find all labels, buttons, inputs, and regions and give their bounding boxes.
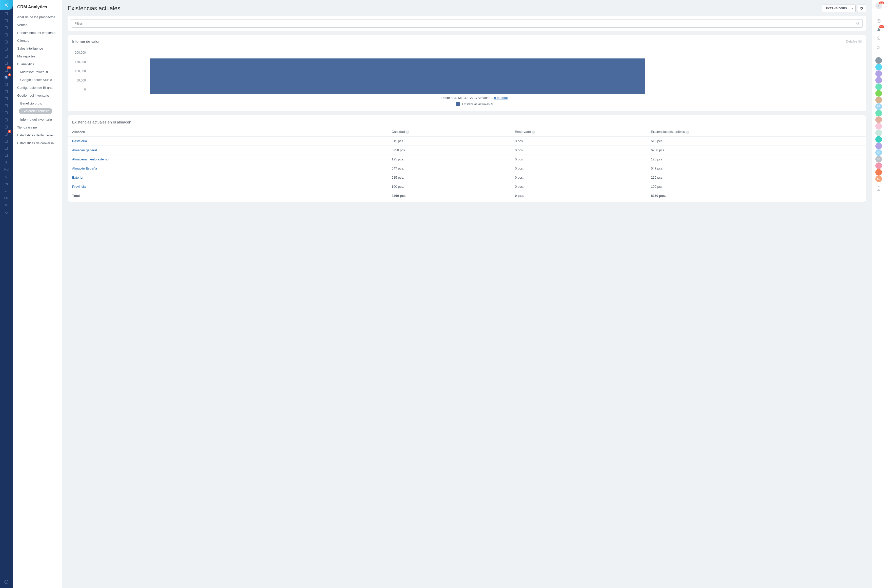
svg-point-23 [856,22,859,24]
cell-qty: 125 pcs. [387,155,510,164]
warehouse-link[interactable]: Exterior [68,173,387,182]
svg-rect-10 [5,83,8,86]
warehouse-link[interactable]: Provincial [68,182,387,191]
sidebar-item[interactable]: Sales Intelligence [13,45,62,52]
sidebar-item[interactable]: Beneficio bruto [13,99,62,107]
sidebar-item[interactable]: Estadísticas de conversac... [13,139,62,147]
svg-point-29 [878,186,879,187]
avatar[interactable]: AP [875,149,882,156]
sidebar-item[interactable]: Configuración de BI analy... [13,84,62,92]
cell-avail: 547 pcs. [646,164,866,173]
avatar[interactable]: PP [875,103,882,110]
avatar[interactable] [875,136,882,143]
cart-icon[interactable] [0,95,13,102]
rail-letter-mm[interactable]: MM [0,166,13,173]
extensions-button[interactable]: EXTENSIONES [822,4,851,12]
id-icon[interactable] [0,123,13,130]
filter-icon[interactable]: 3 [0,74,13,81]
sidebar-item[interactable]: Análisis de los prospectos [13,13,62,21]
card-icon[interactable] [0,17,13,24]
code-icon[interactable] [0,152,13,159]
avatar[interactable] [875,123,882,129]
notifications-button[interactable]: 41 [875,26,882,33]
avatar[interactable]: DS [875,156,882,162]
avatar[interactable] [875,64,882,70]
search-icon[interactable] [856,22,860,25]
avatar[interactable] [875,84,882,90]
avatar[interactable] [875,70,882,77]
edit-icon[interactable] [0,102,13,109]
warehouse-link[interactable]: Almacenamiento externo [68,155,387,164]
sidebar-item-active[interactable]: Existencias actuales [19,108,53,114]
user-figure-icon[interactable] [876,184,881,191]
settings-button[interactable] [857,4,866,12]
warehouse-link[interactable]: Almacén España [68,164,387,173]
chevron-down-icon[interactable] [0,210,13,217]
svg-rect-11 [5,90,8,93]
cell-res: 0 pcs. [510,173,646,182]
comment-button[interactable] [875,35,882,42]
avatar[interactable] [875,116,882,123]
sidebar-item[interactable]: Gestión del inventario [13,92,62,99]
filter-panel [68,16,866,31]
sidebar-item[interactable]: Mis reportes [13,52,62,60]
rail-letter-c[interactable]: C [0,173,13,180]
chart-total-link[interactable]: 8 en total [494,96,508,100]
sidebar-item[interactable]: Tienda online [13,123,62,131]
warehouse-link[interactable]: Pastelería [68,136,387,146]
sidebar-item[interactable]: Informe del inventario [13,116,62,123]
avatar[interactable] [875,143,882,149]
sidebar-item[interactable]: Microsoft Power BI [13,68,62,76]
avatar[interactable] [875,57,882,64]
bank-icon[interactable] [0,81,13,88]
drive-icon[interactable] [0,45,13,52]
svg-rect-6 [5,55,8,57]
search-button[interactable] [875,45,882,51]
sidebar-item[interactable]: Google Looker Studio [13,76,62,84]
checkbox-icon[interactable]: 12 [0,67,13,74]
star-icon[interactable] [0,10,13,17]
close-button[interactable] [0,0,13,10]
avatar[interactable] [875,97,882,103]
doc-icon[interactable] [0,39,13,45]
clock-button[interactable] [875,18,882,24]
warehouse-link[interactable]: Almacen general [68,146,387,155]
close-icon [5,3,8,7]
extensions-dropdown[interactable] [849,4,856,12]
help-button[interactable]: ? 11 [875,3,882,9]
search-icon [877,46,880,50]
rail-letter-e[interactable]: E [0,159,13,166]
avatar[interactable] [875,162,882,169]
sidebar-item[interactable]: Rendimiento del empleado [13,29,62,37]
mail-icon[interactable] [0,52,13,60]
sidebar-item[interactable]: Estadísticas de llamadas [13,131,62,139]
filter-input[interactable] [71,19,863,28]
rail-letter-mi[interactable]: MI [0,180,13,187]
avatar[interactable] [875,110,882,116]
stocks-icon[interactable] [0,145,13,152]
bars-icon[interactable] [0,116,13,123]
sidebar-item[interactable]: Clientes [13,37,62,45]
target-icon[interactable] [0,88,13,95]
rail-letter-sm[interactable]: SM [0,194,13,201]
avatar[interactable]: AL [875,176,882,182]
avatar[interactable] [875,129,882,136]
help-icon[interactable]: ? [0,578,13,585]
report-details-button[interactable]: Detalles i [846,40,862,43]
chat-icon[interactable] [0,24,13,32]
avatar[interactable] [875,169,882,176]
calendar-icon[interactable] [0,32,13,39]
sign-icon[interactable] [0,109,13,116]
avatar[interactable] [875,90,882,97]
sidebar-title: CRM Analytics [13,4,62,13]
sidebar-item[interactable]: BI analytics [13,60,62,68]
cube-icon[interactable] [0,138,13,145]
robot-icon[interactable]: 1 [0,130,13,138]
rail-letter-ts[interactable]: TS [0,201,13,208]
avatar[interactable] [875,77,882,84]
table-row: Almacen general6758 pcs.0 pcs.6758 pcs. [68,146,866,155]
people-icon[interactable] [0,60,13,67]
sidebar-item[interactable]: Ventas [13,21,62,29]
rail-letter-zi[interactable]: ZI [0,187,13,194]
chart-bar [150,58,645,94]
